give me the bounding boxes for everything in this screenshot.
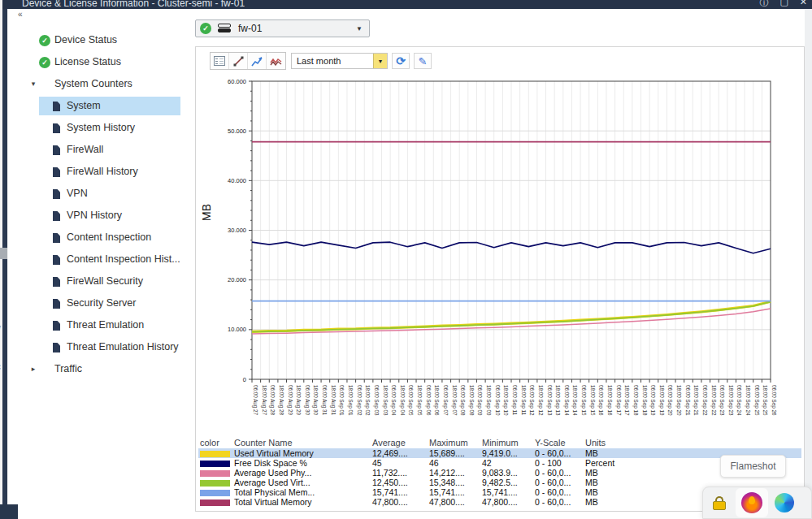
sidebar-item-content-inspection[interactable]: Content Inspection — [8, 227, 191, 249]
sidebar-item-traffic[interactable]: ▸Traffic — [8, 358, 191, 380]
svg-text:60.000: 60.000 — [228, 78, 246, 85]
sidebar-item-label: System Counters — [54, 73, 132, 95]
table-row[interactable]: Free Disk Space %4546420 - 100Percent — [198, 458, 801, 468]
svg-text:0: 0 — [243, 376, 246, 383]
svg-text:06:00 Sep 26: 06:00 Sep 26 — [771, 385, 777, 416]
series-color-swatch — [200, 451, 230, 457]
svg-text:18:00 Sep 03: 18:00 Sep 03 — [382, 385, 389, 416]
period-selector[interactable]: Last month ▼ — [291, 53, 388, 69]
flameshot-icon — [741, 492, 762, 513]
background-scrollbar-fragment — [0, 248, 7, 259]
column-header-y-scale[interactable]: Y-Scale — [533, 436, 584, 448]
sidebar-item-firewall[interactable]: FireWall — [8, 139, 191, 161]
lock-icon — [713, 496, 726, 509]
counters-chart: 010.00020.00030.00040.00050.00060.00006:… — [198, 71, 803, 439]
svg-text:18:00 Sep 24: 18:00 Sep 24 — [745, 385, 751, 416]
sidebar-item-vpn-history[interactable]: VPN History — [8, 205, 191, 227]
legend-toggle-button[interactable] — [211, 53, 229, 69]
column-header-units[interactable]: Units — [584, 436, 801, 448]
sidebar-item-device-status[interactable]: ✓Device Status — [8, 29, 191, 51]
column-header-counter-name[interactable]: Counter Name — [232, 436, 371, 448]
svg-text:18:00 Sep 01: 18:00 Sep 01 — [347, 385, 354, 416]
sidebar-collapse-icon[interactable]: « — [18, 10, 22, 19]
svg-text:18:00 Sep 14: 18:00 Sep 14 — [571, 385, 578, 416]
cell-yscale: 0 - 60,0... — [533, 468, 584, 478]
sidebar-item-system[interactable]: System — [8, 95, 191, 117]
edge-tray-item[interactable] — [768, 488, 801, 517]
sidebar-item-label: System — [67, 95, 101, 117]
refresh-button[interactable]: ⟳ — [392, 53, 410, 69]
table-row[interactable]: Average Used Phy...11,732....14,212....9… — [198, 468, 801, 478]
document-icon — [53, 189, 60, 199]
sidebar-item-system-counters[interactable]: ▾System Counters — [8, 73, 191, 95]
chevron-down-icon: ▼ — [356, 25, 363, 32]
svg-text:18:00 Sep 02: 18:00 Sep 02 — [364, 385, 371, 416]
svg-text:06:00 Aug 27: 06:00 Aug 27 — [252, 385, 258, 416]
line-chart-icon — [251, 56, 263, 67]
sidebar-item-system-history[interactable]: System History — [8, 117, 191, 139]
svg-text:30.000: 30.000 — [228, 227, 246, 234]
flameshot-tray-item[interactable] — [736, 488, 768, 517]
sidebar-item-firewall-history[interactable]: FireWall History — [8, 161, 191, 183]
column-header-minimum[interactable]: Minimum — [480, 436, 533, 448]
device-selector[interactable]: ✓ fw-01 ▼ — [195, 19, 370, 37]
series-color-swatch — [200, 490, 230, 496]
sidebar-item-license-status[interactable]: ✓License Status — [8, 51, 191, 73]
multi-series-button[interactable] — [267, 53, 285, 69]
svg-text:06:00 Aug 28: 06:00 Aug 28 — [269, 385, 276, 416]
edit-icon: ✎ — [419, 55, 428, 67]
svg-text:06:00 Sep 24: 06:00 Sep 24 — [736, 385, 742, 416]
period-dropdown-button[interactable]: ▼ — [373, 54, 387, 68]
window-title: Device & License Information - Cluster-s… — [22, 0, 245, 9]
info-icon[interactable]: ⓘ — [759, 0, 768, 9]
svg-text:06:00 Aug 30: 06:00 Aug 30 — [304, 385, 310, 416]
cell-min: 9,419.0... — [480, 448, 533, 458]
sidebar-item-content-inspection-hist[interactable]: Content Inspection Hist... — [8, 249, 191, 270]
trend-line-button[interactable] — [229, 53, 248, 69]
sidebar-item-vpn[interactable]: VPN — [8, 183, 191, 205]
document-icon — [53, 102, 60, 111]
column-header-maximum[interactable]: Maximum — [428, 436, 480, 448]
document-icon — [53, 299, 60, 309]
cell-yscale: 0 - 60,0... — [533, 448, 584, 458]
status-ok-icon: ✓ — [39, 57, 50, 68]
sidebar-item-threat-emulation-history[interactable]: Threat Emulation History — [8, 336, 191, 358]
sidebar: ✓Device Status✓License Status▾System Cou… — [8, 29, 191, 484]
document-icon — [53, 167, 60, 177]
sidebar-item-security-server[interactable]: Security Server — [8, 292, 191, 314]
table-row[interactable]: Used Virtual Memory12,469....15,689....9… — [198, 448, 801, 458]
svg-text:06:00 Aug 29: 06:00 Aug 29 — [287, 385, 293, 416]
close-icon[interactable]: ✕ — [800, 0, 807, 9]
cell-name: Average Used Virt... — [232, 478, 371, 487]
column-header-average[interactable]: Average — [371, 436, 428, 448]
chevron-collapsed-icon[interactable]: ▸ — [28, 358, 38, 380]
edge-icon — [775, 493, 794, 513]
cell-name: Average Used Phy... — [232, 468, 371, 478]
document-icon — [53, 321, 60, 331]
column-header-color[interactable]: color — [198, 436, 232, 448]
sidebar-item-label: System History — [67, 117, 135, 139]
maximize-icon[interactable]: ▢ — [779, 0, 788, 9]
chevron-expanded-icon[interactable]: ▾ — [28, 73, 38, 95]
cell-min: 9,083.9... — [480, 468, 533, 478]
svg-text:50.000: 50.000 — [228, 128, 246, 135]
sidebar-item-threat-emulation[interactable]: Threat Emulation — [8, 314, 191, 336]
svg-text:06:00 Sep 06: 06:00 Sep 06 — [425, 385, 432, 416]
lock-tray-item[interactable] — [703, 488, 736, 517]
svg-text:06:00 Aug 31: 06:00 Aug 31 — [321, 385, 328, 416]
series-color-swatch — [200, 470, 230, 477]
period-value: Last month — [292, 56, 373, 66]
document-icon — [53, 145, 60, 155]
svg-text:06:00 Sep 08: 06:00 Sep 08 — [459, 385, 466, 416]
background-window-corner — [0, 504, 18, 519]
svg-text:06:00 Sep 02: 06:00 Sep 02 — [356, 385, 363, 416]
svg-text:10.000: 10.000 — [228, 326, 246, 333]
svg-text:40.000: 40.000 — [228, 177, 246, 184]
cell-avg: 47,800.... — [371, 497, 428, 507]
sidebar-item-firewall-security[interactable]: FireWall Security — [8, 270, 191, 292]
edit-button[interactable]: ✎ — [414, 53, 432, 69]
svg-text:06:00 Sep 13: 06:00 Sep 13 — [546, 385, 553, 416]
svg-text:18:00 Sep 04: 18:00 Sep 04 — [399, 385, 406, 416]
svg-text:18:00 Sep 19: 18:00 Sep 19 — [658, 385, 665, 416]
line-chart-button[interactable] — [248, 53, 267, 69]
